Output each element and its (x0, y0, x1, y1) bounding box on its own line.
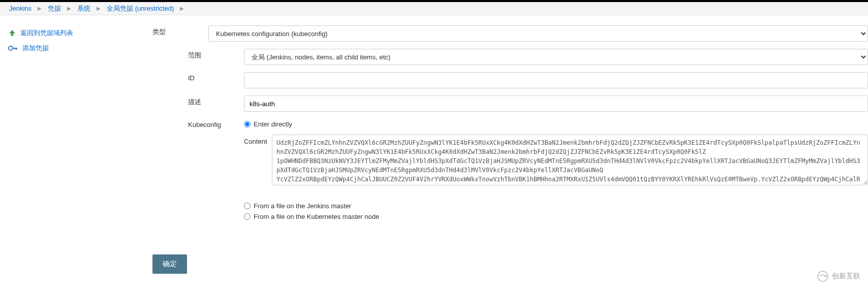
main-content: 类型 Kubernetes configuration (kubeconfig)… (152, 15, 868, 284)
sidebar-item-back[interactable]: 返回到凭据域列表 (8, 25, 144, 41)
breadcrumb-item-jenkins[interactable]: Jenkins (5, 5, 36, 12)
content-textarea[interactable]: UdzRjZoZFFIcmZLYnhnZVZVQXl6cGR2MzhZUUFyZ… (272, 135, 868, 185)
type-select[interactable]: Kubernetes configuration (kubeconfig) (208, 25, 868, 42)
svg-rect-3 (14, 48, 15, 49)
breadcrumb: Jenkins ▶ 凭据 ▶ 系统 ▶ 全局凭据 (unrestricted) … (0, 2, 868, 15)
desc-input[interactable] (244, 95, 868, 112)
radio-enter-directly[interactable]: Enter directly (244, 119, 868, 130)
sidebar-item-add-credential[interactable]: 添加凭据 (8, 41, 144, 56)
id-input[interactable] (244, 72, 868, 88)
brand-text: 创新互联 (832, 272, 860, 281)
sidebar-item-label: 返回到凭据域列表 (20, 28, 73, 38)
key-icon (8, 45, 18, 52)
chevron-right-icon: ▶ (95, 6, 103, 11)
sidebar: 返回到凭据域列表 添加凭据 (0, 15, 152, 284)
content-label: Content (244, 135, 272, 145)
submit-button[interactable]: 确定 (152, 254, 187, 274)
scope-label: 范围 (188, 49, 244, 60)
radio-enter-directly-input[interactable] (244, 121, 251, 127)
radio-label: From a file on the Jenkins master (254, 202, 351, 210)
id-label: ID (188, 72, 244, 82)
radio-label: Enter directly (254, 120, 292, 128)
breadcrumb-item-global[interactable]: 全局凭据 (unrestricted) (103, 4, 178, 13)
svg-point-5 (825, 275, 827, 277)
chevron-right-icon: ▶ (178, 6, 186, 11)
kubeconfig-label: Kubeconfig (188, 119, 244, 128)
breadcrumb-item-system[interactable]: 系统 (73, 4, 95, 13)
chevron-right-icon: ▶ (65, 6, 73, 11)
radio-file-master-input[interactable] (244, 203, 251, 209)
breadcrumb-item-credentials[interactable]: 凭据 (44, 4, 65, 13)
radio-file-k8s[interactable]: From a file on the Kubernetes master nod… (244, 211, 868, 222)
svg-rect-2 (16, 48, 17, 50)
desc-label: 描述 (188, 95, 244, 107)
footer-brand: 创新互联 (817, 270, 860, 282)
radio-label: From a file on the Kubernetes master nod… (254, 213, 379, 220)
type-label: 类型 (152, 25, 208, 37)
scope-select[interactable]: 全局 (Jenkins, nodes, items, all child ite… (244, 49, 868, 65)
brand-icon (817, 270, 829, 282)
sidebar-item-label: 添加凭据 (22, 44, 49, 53)
radio-file-k8s-input[interactable] (244, 213, 251, 220)
radio-file-master[interactable]: From a file on the Jenkins master (244, 201, 868, 211)
chevron-right-icon: ▶ (36, 6, 44, 11)
arrow-up-icon (8, 29, 16, 37)
svg-point-0 (9, 46, 13, 50)
